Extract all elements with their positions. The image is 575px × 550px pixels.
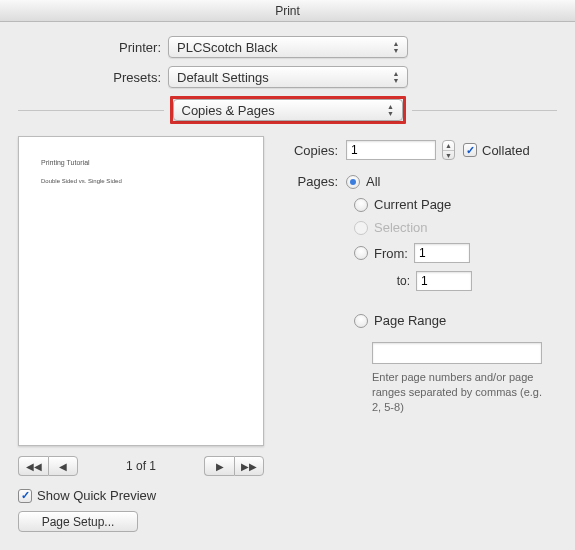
pages-selection-label: Selection xyxy=(374,220,427,235)
printer-value: PLCScotch Black xyxy=(177,40,277,55)
radio-icon xyxy=(346,175,360,189)
chevron-updown-icon: ▲▼ xyxy=(389,39,403,55)
chevron-updown-icon: ▲▼ xyxy=(389,69,403,85)
next-icon: ▶ xyxy=(216,461,224,472)
preview-doc-subtitle: Double Sided vs. Single Sided xyxy=(41,178,241,184)
window-titlebar: Print xyxy=(0,0,575,22)
copies-label: Copies: xyxy=(288,143,346,158)
pages-from-input[interactable] xyxy=(414,243,470,263)
next-page-button[interactable]: ▶ xyxy=(204,456,234,476)
options-column: Copies: ▲ ▼ ✓ Collated Pages: All xyxy=(288,136,557,532)
quick-preview-label: Show Quick Preview xyxy=(37,488,156,503)
page-range-help: Enter page numbers and/or page ranges se… xyxy=(372,370,542,415)
divider xyxy=(412,110,558,111)
last-page-button[interactable]: ▶▶ xyxy=(234,456,264,476)
collated-checkbox[interactable]: ✓ Collated xyxy=(463,143,530,158)
presets-select[interactable]: Default Settings ▲▼ xyxy=(168,66,408,88)
collated-label: Collated xyxy=(482,143,530,158)
pages-current-radio[interactable]: Current Page xyxy=(354,197,451,212)
pages-from-radio[interactable]: From: xyxy=(354,246,408,261)
preview-doc-title: Printing Tutorial xyxy=(41,159,241,166)
copies-stepper[interactable]: ▲ ▼ xyxy=(442,140,455,160)
page-range-label: Page Range xyxy=(374,313,446,328)
prev-page-button[interactable]: ◀ xyxy=(48,456,78,476)
radio-icon xyxy=(354,314,368,328)
pages-all-label: All xyxy=(366,174,380,189)
divider xyxy=(18,110,164,111)
pages-selection-radio: Selection xyxy=(354,220,427,235)
checkbox-icon: ✓ xyxy=(463,143,477,157)
section-select[interactable]: Copies & Pages ▲▼ xyxy=(173,99,403,121)
chevron-updown-icon: ▲▼ xyxy=(384,102,398,118)
pages-to-label: to: xyxy=(392,274,416,288)
window-title: Print xyxy=(275,4,300,18)
stepper-up-icon: ▲ xyxy=(443,141,454,151)
quick-preview-checkbox[interactable]: ✓ Show Quick Preview xyxy=(18,488,156,503)
first-page-button[interactable]: ◀◀ xyxy=(18,456,48,476)
section-highlight: Copies & Pages ▲▼ xyxy=(170,96,406,124)
printer-select[interactable]: PLCScotch Black ▲▼ xyxy=(168,36,408,58)
dialog-content: Printer: PLCScotch Black ▲▼ Presets: Def… xyxy=(0,22,575,542)
preview-column: Printing Tutorial Double Sided vs. Singl… xyxy=(18,136,264,532)
preview-nav: ◀◀ ◀ 1 of 1 ▶ ▶▶ xyxy=(18,456,264,476)
radio-icon xyxy=(354,246,368,260)
page-range-input[interactable] xyxy=(372,342,542,364)
preview-page: Printing Tutorial Double Sided vs. Singl… xyxy=(18,136,264,446)
first-icon: ◀◀ xyxy=(26,461,42,472)
last-icon: ▶▶ xyxy=(241,461,257,472)
pages-all-radio[interactable]: All xyxy=(346,174,380,189)
page-position: 1 of 1 xyxy=(78,459,204,473)
page-range-radio[interactable]: Page Range xyxy=(354,313,446,328)
prev-icon: ◀ xyxy=(59,461,67,472)
pages-to-input[interactable] xyxy=(416,271,472,291)
pages-label: Pages: xyxy=(288,174,346,189)
section-value: Copies & Pages xyxy=(182,103,275,118)
page-setup-button[interactable]: Page Setup... xyxy=(18,511,138,532)
stepper-down-icon: ▼ xyxy=(443,151,454,160)
presets-value: Default Settings xyxy=(177,70,269,85)
pages-current-label: Current Page xyxy=(374,197,451,212)
copies-input[interactable] xyxy=(346,140,436,160)
pages-from-label: From: xyxy=(374,246,408,261)
printer-label: Printer: xyxy=(18,40,168,55)
checkbox-icon: ✓ xyxy=(18,489,32,503)
presets-label: Presets: xyxy=(18,70,168,85)
radio-icon xyxy=(354,198,368,212)
radio-icon xyxy=(354,221,368,235)
